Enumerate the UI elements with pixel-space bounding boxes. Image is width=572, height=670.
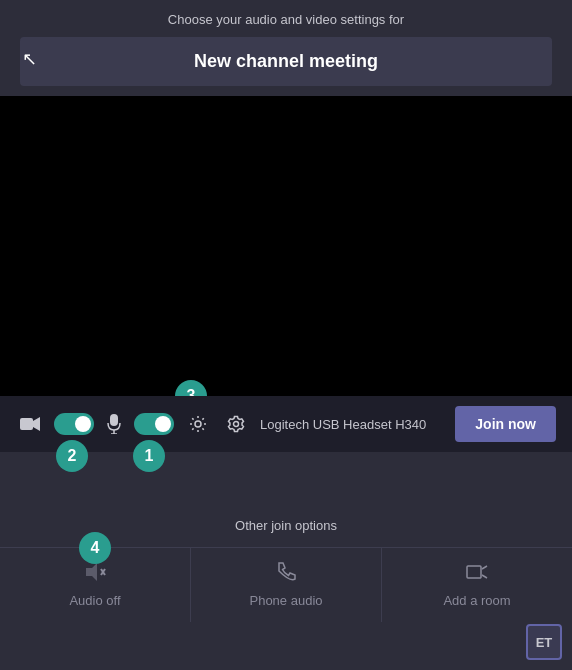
mic-icon: [104, 414, 124, 434]
svg-point-6: [234, 422, 239, 427]
badge-4: 4: [79, 532, 111, 564]
badge-2: 2: [56, 440, 88, 472]
svg-rect-0: [20, 418, 33, 430]
mic-toggle[interactable]: [134, 413, 174, 435]
subtitle: Choose your audio and video settings for: [20, 12, 552, 27]
phone-icon: [276, 562, 296, 587]
add-room-option[interactable]: Add a room: [382, 548, 572, 622]
phone-audio-label: Phone audio: [249, 593, 322, 608]
svg-marker-7: [86, 563, 97, 581]
camera-toggle[interactable]: [54, 413, 94, 435]
svg-point-5: [195, 421, 201, 427]
audio-off-option[interactable]: 4 Audio off: [0, 548, 191, 622]
svg-rect-2: [110, 414, 118, 426]
video-preview: [0, 96, 572, 396]
device-name: Logitech USB Headset H340: [260, 417, 445, 432]
svg-rect-10: [467, 566, 481, 578]
audio-off-label: Audio off: [69, 593, 120, 608]
camera-icon: [16, 414, 44, 434]
other-join-title: Other join options: [235, 518, 337, 533]
svg-marker-1: [33, 417, 40, 431]
svg-line-11: [482, 566, 487, 569]
join-now-button[interactable]: Join now: [455, 406, 556, 442]
add-room-icon: [466, 562, 488, 587]
controls-container: 3: [0, 396, 572, 452]
settings-icon[interactable]: [222, 410, 250, 438]
add-room-label: Add a room: [443, 593, 510, 608]
meeting-title: New channel meeting: [194, 51, 378, 71]
top-section: Choose your audio and video settings for…: [0, 0, 572, 96]
phone-audio-option[interactable]: Phone audio: [191, 548, 382, 622]
svg-line-12: [482, 575, 487, 578]
join-options-row: 4 Audio off Phone audio: [0, 547, 572, 622]
badge-1: 1: [133, 440, 165, 472]
meeting-title-bar: New channel meeting: [20, 37, 552, 86]
other-join-section: Other join options 4 Audio off Phone aud…: [0, 502, 572, 622]
et-logo: ET: [526, 624, 562, 660]
effects-icon[interactable]: [184, 410, 212, 438]
audio-off-icon: [84, 562, 106, 587]
controls-bar: Logitech USB Headset H340 Join now: [0, 396, 572, 452]
